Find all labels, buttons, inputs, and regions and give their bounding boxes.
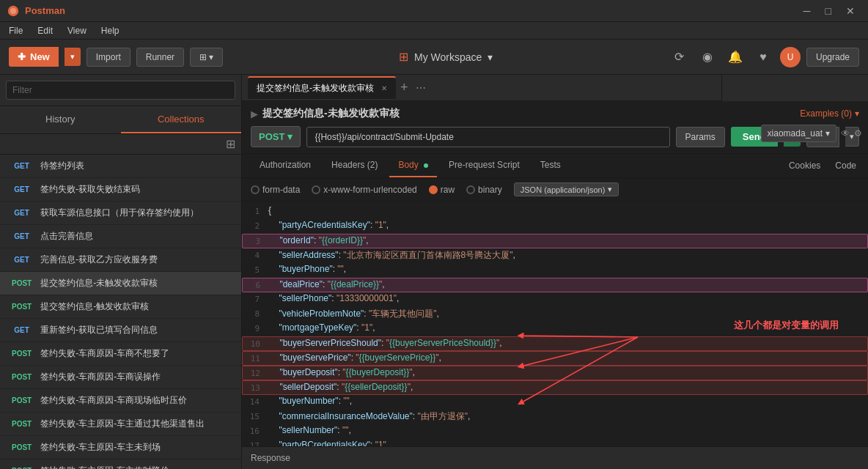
url-input[interactable] xyxy=(306,127,669,147)
body-dot xyxy=(424,163,428,168)
maximize-button[interactable]: □ xyxy=(820,4,837,18)
avatar[interactable]: U xyxy=(780,47,801,67)
item-label: 签约失败-车商原因-车商现场临时压价 xyxy=(40,394,232,407)
sidebar-search-area xyxy=(0,75,241,106)
code-line: 2 "partyACredentialsKey": "1", xyxy=(242,219,868,234)
item-label: 签约失败-获取失败结束码 xyxy=(40,183,232,196)
list-item[interactable]: GET 点击完善信息 xyxy=(0,225,241,248)
item-label: 签约失败-车主原因-车主临时降价 xyxy=(40,465,232,469)
list-item[interactable]: POST 提交签约信息-触发收款审核 xyxy=(0,295,241,319)
method-label: POST xyxy=(259,131,284,142)
workspace-selector[interactable]: ⊞ My Workspace ▾ xyxy=(229,50,663,64)
capture-button[interactable]: ⊞ ▾ xyxy=(190,48,223,67)
item-label: 签约失败-车主原因-车主未到场 xyxy=(40,441,232,454)
method-badge: POST xyxy=(9,302,34,311)
toolbar-right: ⟳ ◉ 🔔 ♥ U Upgrade xyxy=(669,46,859,68)
code-line: 1 { xyxy=(242,204,868,219)
menu-view[interactable]: View xyxy=(65,24,89,37)
tab-more-icon[interactable]: ⋯ xyxy=(413,82,429,94)
menu-file[interactable]: File xyxy=(6,24,26,37)
list-item[interactable]: POST 签约失败-车商原因-车商现场临时压价 xyxy=(0,389,241,413)
menu-help[interactable]: Help xyxy=(98,24,122,37)
list-item[interactable]: POST 签约失败-车商原因-车商不想要了 xyxy=(0,342,241,366)
list-item[interactable]: POST 签约失败-车商原因-车商误操作 xyxy=(0,366,241,389)
method-selector[interactable]: POST ▾ xyxy=(251,126,301,147)
minimize-button[interactable]: ─ xyxy=(798,4,817,18)
new-button[interactable]: ✚ New xyxy=(9,47,59,67)
code-editor[interactable]: 1 { 2 "partyACredentialsKey": "1", 3 "or… xyxy=(242,202,868,446)
code-line: 15 "commercialInsuranceModeValue": "由甲方退… xyxy=(242,410,868,424)
sync-icon[interactable]: ⟳ xyxy=(669,46,691,68)
item-label: 获取车源信息接口（用于保存签约使用） xyxy=(40,207,232,219)
add-collection-icon[interactable]: ⊞ xyxy=(226,137,235,151)
app-title: Postman xyxy=(7,5,65,17)
tab-tests[interactable]: Tests xyxy=(532,154,570,177)
env-eye-icon[interactable]: 👁 xyxy=(841,128,850,139)
method-arrow-icon: ▾ xyxy=(287,131,293,142)
close-button[interactable]: ✕ xyxy=(840,4,861,18)
method-badge: GET xyxy=(9,208,34,218)
method-badge: GET xyxy=(9,232,34,241)
form-data-option[interactable]: form-data xyxy=(251,185,300,195)
binary-option[interactable]: binary xyxy=(466,185,502,195)
tab-authorization[interactable]: Authorization xyxy=(251,154,320,177)
list-item-active[interactable]: POST 提交签约信息-未触发收款审核 ⋯ xyxy=(0,272,241,295)
method-badge: POST xyxy=(9,466,34,469)
filter-input[interactable] xyxy=(6,81,235,100)
title-bar: Postman ─ □ ✕ xyxy=(0,0,868,22)
tab-close-icon[interactable]: ✕ xyxy=(381,84,387,92)
code-line-highlighted: 10 "buyerServerPriceShould": "{{buyerSer… xyxy=(242,336,868,351)
add-tab-icon[interactable]: + xyxy=(397,80,411,95)
response-label: Response xyxy=(251,453,290,463)
params-button[interactable]: Params xyxy=(676,127,725,147)
menu-edit[interactable]: Edit xyxy=(34,24,56,37)
item-label: 签约失败-车商原因-车商误操作 xyxy=(40,371,232,383)
tab-collections[interactable]: Collections xyxy=(121,106,242,133)
code-line: 17 "partyBCredentialsKey": "1", xyxy=(242,439,868,446)
heart-icon[interactable]: ♥ xyxy=(752,46,774,68)
examples-arrow-icon: ▾ xyxy=(855,108,859,119)
workspace-icon: ⊞ xyxy=(399,50,408,64)
env-arrow-icon: ▾ xyxy=(825,128,830,139)
env-panel: xiaomada_uat ▾ 👁 ⚙ xyxy=(721,75,868,101)
method-badge: GET xyxy=(9,185,34,194)
upgrade-button[interactable]: Upgrade xyxy=(806,48,859,67)
list-item[interactable]: GET 完善信息-获取乙方应收服务费 xyxy=(0,248,241,272)
active-tab[interactable]: 提交签约信息-未触发收款审核 ✕ xyxy=(248,76,396,99)
urlencoded-option[interactable]: x-www-form-urlencoded xyxy=(312,185,416,195)
notification-icon[interactable]: 🔔 xyxy=(724,46,746,68)
item-label: 点击完善信息 xyxy=(40,230,232,243)
list-item[interactable]: GET 待签约列表 xyxy=(0,155,241,178)
method-badge: GET xyxy=(9,325,34,335)
format-selector[interactable]: JSON (application/json) ▾ xyxy=(514,182,619,196)
method-badge: POST xyxy=(9,419,34,429)
env-gear-icon[interactable]: ⚙ xyxy=(854,128,862,139)
raw-option[interactable]: raw xyxy=(429,185,455,195)
sidebar: History Collections ⊞ GET 待签约列表 GET 签约失败… xyxy=(0,75,242,469)
list-item[interactable]: GET 签约失败-获取失败结束码 xyxy=(0,178,241,202)
environment-selector[interactable]: xiaomada_uat ▾ xyxy=(761,125,836,142)
main-layout: History Collections ⊞ GET 待签约列表 GET 签约失败… xyxy=(0,75,868,469)
tab-body[interactable]: Body xyxy=(389,154,437,177)
list-item[interactable]: GET 重新签约-获取已填写合同信息 ⋯ xyxy=(0,319,241,342)
cookies-link[interactable]: Cookies xyxy=(786,155,823,177)
satellite-icon[interactable]: ◉ xyxy=(696,46,718,68)
list-item[interactable]: POST 签约失败-车主原因-车主临时降价 xyxy=(0,459,241,469)
tab-headers[interactable]: Headers (2) xyxy=(323,154,386,177)
runner-button[interactable]: Runner xyxy=(136,48,184,67)
list-item[interactable]: POST 签约失败-车主原因-车主通过其他渠道售出 xyxy=(0,413,241,436)
breadcrumb: ▶ 提交签约信息-未触发收款审核 Examples (0) ▾ xyxy=(251,107,859,120)
code-line-highlighted: 6 "dealPrice": "{{dealPrice}}", xyxy=(242,278,868,292)
code-link[interactable]: Code xyxy=(832,155,859,177)
list-item[interactable]: GET 获取车源信息接口（用于保存签约使用） xyxy=(0,202,241,225)
workspace-label: My Workspace xyxy=(414,51,482,63)
code-line: 4 "sellerAddress": "北京市海淀区西直门首体南路8号腾达大厦"… xyxy=(242,248,868,263)
examples-button[interactable]: Examples (0) ▾ xyxy=(800,108,859,119)
import-button[interactable]: Import xyxy=(87,48,130,67)
list-item[interactable]: POST 签约失败-车主原因-车主未到场 xyxy=(0,436,241,459)
tab-history[interactable]: History xyxy=(0,106,121,133)
code-line-highlighted: 13 "sellerDeposit": "{{sellerDeposit}}", xyxy=(242,380,868,395)
tab-pre-request[interactable]: Pre-request Script xyxy=(440,154,529,177)
new-dropdown-button[interactable]: ▾ xyxy=(65,48,81,66)
body-options: form-data x-www-form-urlencoded raw bina… xyxy=(242,178,868,202)
